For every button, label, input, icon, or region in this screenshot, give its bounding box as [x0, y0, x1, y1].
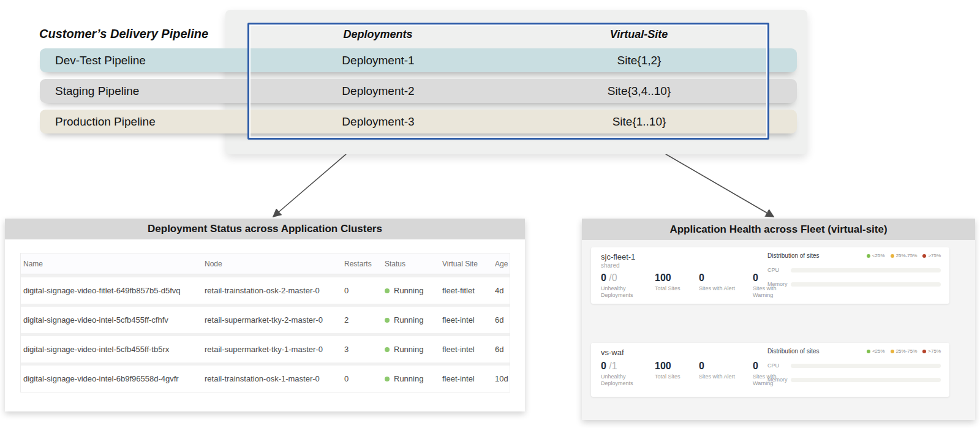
node-name: retail-supermarket-tky-2-master-0 [202, 315, 342, 325]
status-label: Running [394, 315, 423, 325]
virtual-site-value: fleet-intel [440, 374, 492, 383]
age-value: 6d [492, 315, 510, 325]
unhealthy-total: /0 [609, 272, 617, 283]
pipeline-name: Staging Pipeline [40, 84, 139, 98]
legend-item-mid: 25%-75% [891, 348, 918, 354]
memory-bar-track [791, 378, 941, 382]
pod-name: digital-signage-video-intel-5cfb455ff-tb… [21, 345, 202, 354]
pod-name: digital-signage-video-intel-6b9f96558d-4… [21, 374, 202, 383]
node-name: retail-supermarket-tky-1-master-0 [202, 345, 342, 354]
green-dot-icon [867, 254, 870, 258]
running-status-dot [385, 347, 390, 352]
application-health-panel: Application Health across Fleet (virtual… [582, 219, 975, 420]
pipeline-name: Dev-Test Pipeline [40, 54, 146, 67]
cpu-label: CPU [767, 362, 791, 369]
column-header-node: Node [202, 260, 342, 268]
orange-dot-icon [891, 254, 894, 258]
stat-total-sites: 100 Total Sites [655, 272, 699, 299]
legend-label: >75% [928, 253, 941, 258]
status-cell: Running [382, 315, 440, 325]
stat-label: Total Sites [655, 285, 692, 292]
stat-label: Unhealthy Deployments [601, 374, 638, 388]
memory-label: Memory [767, 281, 791, 287]
memory-distribution-row: Memory [767, 377, 941, 383]
restarts-value: 0 [342, 286, 382, 295]
unhealthy-value: 0 [601, 361, 606, 371]
stat-label: Sites with Alert [699, 374, 736, 380]
deployment-table-header-row: Name Node Restarts Status Virtual Site A… [21, 253, 510, 274]
legend-label: 25%-75% [896, 348, 918, 354]
memory-distribution-row: Memory [767, 281, 941, 287]
sites-with-alert-value: 0 [699, 361, 753, 372]
legend-item-mid: 25%-75% [891, 253, 918, 258]
memory-bar-track [791, 282, 941, 287]
deployments-virtualsite-highlight-box [247, 23, 769, 140]
virtual-site-value: fleet-intel [440, 315, 492, 325]
age-value: 10d [492, 374, 510, 383]
restarts-value: 0 [342, 374, 382, 383]
legend-label: >75% [928, 348, 941, 354]
distribution-title: Distribution of sites [767, 348, 819, 355]
unhealthy-value: 0 [601, 272, 606, 283]
red-dot-icon [922, 350, 926, 353]
legend-item-high: >75% [922, 348, 941, 354]
cpu-bar-track [791, 364, 941, 368]
node-name: retail-trainstation-osk-2-master-0 [202, 286, 342, 295]
stat-label: Sites with Alert [699, 285, 736, 292]
diagram-canvas: Customer’s Delivery Pipeline Deployments… [0, 0, 980, 428]
table-row: digital-signage-video-fitlet-649fb857b5-… [21, 274, 510, 304]
deployment-status-header: Deployment Status across Application Clu… [5, 219, 525, 239]
fleet-health-card-sjc-fleet-1: sjc-fleet-1 shared 0 /0 Unhealthy Deploy… [591, 247, 949, 304]
table-row: digital-signage-video-intel-5cfb455ff-tb… [21, 333, 510, 362]
pod-name: digital-signage-video-fitlet-649fb857b5-… [21, 286, 202, 295]
distribution-legend: <25% 25%-75% >75% [867, 348, 941, 354]
legend-label: <25% [872, 253, 885, 258]
green-dot-icon [867, 350, 870, 353]
distribution-legend: <25% 25%-75% >75% [867, 253, 941, 258]
legend-label: <25% [872, 348, 885, 354]
unhealthy-total: /1 [609, 361, 617, 371]
stat-unhealthy-deployments: 0 /1 Unhealthy Deployments [601, 361, 655, 388]
running-status-dot [385, 318, 390, 323]
node-name: retail-trainstation-osk-1-master-0 [202, 374, 342, 383]
application-health-header: Application Health across Fleet (virtual… [582, 219, 975, 240]
column-header-status: Status [382, 260, 440, 268]
table-row: digital-signage-video-intel-5cfb455ff-cf… [21, 304, 510, 333]
stat-label: Unhealthy Deployments [601, 285, 638, 299]
deployment-status-panel: Deployment Status across Application Clu… [5, 219, 525, 411]
cpu-bar-track [791, 268, 941, 272]
stat-sites-with-alert: 0 Sites with Alert [699, 361, 753, 388]
cpu-label: CPU [767, 267, 791, 273]
legend-item-low: <25% [867, 253, 885, 258]
stat-label: Total Sites [655, 374, 692, 380]
legend-label: 25%-75% [896, 253, 918, 258]
age-value: 4d [492, 286, 510, 295]
pipeline-name: Production Pipeline [40, 115, 156, 129]
distribution-title: Distribution of sites [767, 252, 819, 259]
distribution-of-sites: Distribution of sites <25% 25%-75% >75% … [767, 348, 941, 383]
orange-dot-icon [891, 350, 894, 353]
column-header-virtual-site: Virtual Site [440, 260, 492, 268]
age-value: 6d [492, 345, 510, 354]
deployment-table: Name Node Restarts Status Virtual Site A… [20, 253, 510, 392]
application-health-title: Application Health across Fleet (virtual… [669, 223, 887, 236]
legend-item-high: >75% [922, 253, 941, 258]
stat-unhealthy-deployments: 0 /0 Unhealthy Deployments [601, 272, 655, 299]
deployment-status-title: Deployment Status across Application Clu… [148, 223, 382, 235]
total-sites-value: 100 [655, 361, 699, 372]
status-cell: Running [382, 374, 440, 383]
status-cell: Running [382, 345, 440, 354]
stat-sites-with-alert: 0 Sites with Alert [699, 272, 753, 299]
running-status-dot [385, 377, 390, 381]
status-cell: Running [382, 286, 440, 295]
sites-with-alert-value: 0 [699, 272, 753, 283]
restarts-value: 2 [342, 315, 382, 325]
virtual-site-value: fleet-intel [440, 345, 492, 354]
pipeline-table-title: Customer’s Delivery Pipeline [39, 27, 208, 41]
memory-label: Memory [767, 377, 791, 383]
fleet-health-card-vs-waf: vs-waf 0 /1 Unhealthy Deployments 100 To… [591, 343, 949, 397]
running-status-dot [385, 288, 390, 293]
column-header-name: Name [21, 260, 202, 268]
red-dot-icon [922, 254, 926, 258]
status-label: Running [394, 374, 423, 383]
